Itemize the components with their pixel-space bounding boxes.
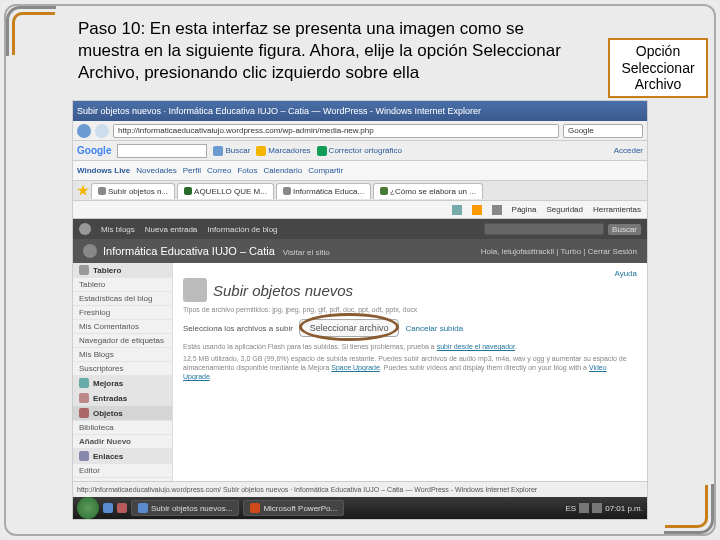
buscar-button[interactable]: Buscar xyxy=(213,146,250,156)
sidebar-item-tablero-head[interactable]: Tablero xyxy=(73,263,172,278)
tray-icon[interactable] xyxy=(579,503,589,513)
corrector-button[interactable]: Corrector ortográfico xyxy=(317,146,402,156)
wp-icon xyxy=(98,187,106,195)
page-icon xyxy=(380,187,388,195)
upload-icon xyxy=(183,278,207,302)
sidebar-item-entradas[interactable]: Entradas xyxy=(73,391,172,406)
cancelar-subida-button[interactable]: Cancelar subida xyxy=(405,324,463,333)
wlive-correo[interactable]: Correo xyxy=(207,166,231,175)
sidebar-item-tablero[interactable]: Tablero xyxy=(73,278,172,292)
sidebar-item-objetos[interactable]: Objetos xyxy=(73,406,172,421)
storage-usage-note: 12,5 MB utilizado, 3,0 GB (99,6%) espaci… xyxy=(183,354,637,381)
page-menu[interactable]: Página xyxy=(512,205,537,214)
print-icon[interactable] xyxy=(492,205,502,215)
wp-logo-icon[interactable] xyxy=(79,223,91,235)
forward-icon[interactable] xyxy=(95,124,109,138)
google-search-input[interactable] xyxy=(117,144,207,158)
windowslive-toolbar: Windows Live Novedades Perfil Correo Fot… xyxy=(73,161,647,181)
help-link[interactable]: Ayuda xyxy=(183,269,637,278)
site-title: Informática Educativa IUJO – CatiaVisita… xyxy=(103,245,481,257)
safety-menu[interactable]: Seguridad xyxy=(547,205,583,214)
system-tray: ES 07:01 p.m. xyxy=(566,503,643,513)
tab-aquello[interactable]: AQUELLO QUE M... xyxy=(177,183,274,199)
tab-subir-objetos[interactable]: Subir objetos n... xyxy=(91,183,175,199)
wlive-novedades[interactable]: Novedades xyxy=(136,166,176,175)
home-icon[interactable] xyxy=(452,205,462,215)
ie-icon xyxy=(138,503,148,513)
ie-status-bar: http://informaticaeducativaiujo.wordpres… xyxy=(73,481,647,497)
wp-icon xyxy=(83,244,97,258)
taskbar-ppt-button[interactable]: Microsoft PowerPo... xyxy=(243,500,344,516)
search-engine-box[interactable]: Google xyxy=(563,124,643,138)
google-toolbar: Google Buscar Marcadores Corrector ortog… xyxy=(73,141,647,161)
upgrades-icon xyxy=(79,378,89,388)
bookmark-icon xyxy=(256,146,266,156)
media-icon xyxy=(79,408,89,418)
status-text: http://informaticaeducativaiujo.wordpres… xyxy=(77,486,643,493)
spellcheck-icon xyxy=(317,146,327,156)
windows-taskbar: Subir objetos nuevos... Microsoft PowerP… xyxy=(73,497,647,519)
callout-text: Opción Seleccionar Archivo xyxy=(610,43,706,93)
search-engine-text: Google xyxy=(568,126,594,135)
wlive-calendario[interactable]: Calendario xyxy=(263,166,302,175)
powerpoint-icon xyxy=(250,503,260,513)
feed-icon[interactable] xyxy=(472,205,482,215)
volume-icon[interactable] xyxy=(592,503,602,513)
visit-site-link[interactable]: Visitar el sitio xyxy=(283,248,330,257)
url-text: http://informaticaeducativaiujo.wordpres… xyxy=(118,126,374,135)
search-icon xyxy=(213,146,223,156)
sidebar-item-nav-etiquetas[interactable]: Navegador de etiquetas xyxy=(73,334,172,348)
sidebar-item-estadisticas[interactable]: Estadísticas del blog xyxy=(73,292,172,306)
start-button[interactable] xyxy=(77,497,99,519)
wp-mis-blogs[interactable]: Mis blogs xyxy=(101,225,135,234)
wp-admin-search-input[interactable] xyxy=(484,223,604,235)
browser-tabs: Subir objetos n... AQUELLO QUE M... Info… xyxy=(73,181,647,201)
tab-como-elabora[interactable]: ¿Cómo se elabora un ... xyxy=(373,183,483,199)
acceder-link[interactable]: Acceder xyxy=(614,146,643,155)
tab-informatica[interactable]: Informática Educa... xyxy=(276,183,371,199)
sidebar-item-suscriptores[interactable]: Suscriptores xyxy=(73,362,172,376)
wp-info-blog[interactable]: Información de blog xyxy=(207,225,277,234)
sidebar-item-biblioteca[interactable]: Biblioteca xyxy=(73,421,172,435)
posts-icon xyxy=(79,393,89,403)
url-input[interactable]: http://informaticaeducativaiujo.wordpres… xyxy=(113,124,559,138)
wp-admin-bar: Mis blogs Nueva entrada Información de b… xyxy=(73,219,647,239)
page-title: Subir objetos nuevos xyxy=(213,282,353,299)
favorites-icon[interactable] xyxy=(77,185,89,197)
ie-command-bar: Página Seguridad Herramientas xyxy=(73,201,647,219)
clock[interactable]: 07:01 p.m. xyxy=(605,504,643,513)
sidebar-item-editor[interactable]: Editor xyxy=(73,464,172,478)
quicklaunch-icon[interactable] xyxy=(103,503,113,513)
window-title: Subir objetos nuevos · Informática Educa… xyxy=(77,106,643,116)
lang-indicator[interactable]: ES xyxy=(566,504,577,513)
page-icon xyxy=(184,187,192,195)
taskbar-ie-button[interactable]: Subir objetos nuevos... xyxy=(131,500,239,516)
ie-address-bar: http://informaticaeducativaiujo.wordpres… xyxy=(73,121,647,141)
wlive-perfil[interactable]: Perfil xyxy=(183,166,201,175)
sidebar-item-freshlog[interactable]: Freshlog xyxy=(73,306,172,320)
dashboard-icon xyxy=(79,265,89,275)
user-greeting[interactable]: Hola, ieiujofasttrackll | Turbo | Cerrar… xyxy=(481,247,637,256)
sidebar-item-mis-blogs[interactable]: Mis Blogs xyxy=(73,348,172,362)
marcadores-button[interactable]: Marcadores xyxy=(256,146,310,156)
back-icon[interactable] xyxy=(77,124,91,138)
wlive-fotos[interactable]: Fotos xyxy=(237,166,257,175)
seleccionar-archivo-button[interactable]: Seleccionar archivo xyxy=(299,319,400,337)
sidebar-item-mejoras[interactable]: Mejoras xyxy=(73,376,172,391)
allowed-types-text: Tipos de archivo permitidos: jpg, jpeg, … xyxy=(183,306,637,313)
step-instruction: Paso 10: En esta interfaz se presenta un… xyxy=(78,18,588,84)
quicklaunch-icon[interactable] xyxy=(117,503,127,513)
space-upgrade-link[interactable]: Space Upgrade xyxy=(331,364,380,371)
sidebar-item-anadir-nuevo[interactable]: Añadir Nuevo xyxy=(73,435,172,449)
wlive-compartir[interactable]: Compartir xyxy=(308,166,343,175)
sidebar-item-mis-comentarios[interactable]: Mis Comentarios xyxy=(73,320,172,334)
tools-menu[interactable]: Herramientas xyxy=(593,205,641,214)
page-title-row: Subir objetos nuevos xyxy=(183,278,637,302)
select-file-row: Selecciona los archivos a subir Seleccio… xyxy=(183,319,637,337)
browser-upload-link[interactable]: subir desde el navegador xyxy=(437,343,515,350)
callout-box: Opción Seleccionar Archivo xyxy=(608,38,708,98)
google-logo: Google xyxy=(77,145,111,156)
wp-nueva-entrada[interactable]: Nueva entrada xyxy=(145,225,197,234)
wp-admin-search-button[interactable]: Buscar xyxy=(608,224,641,235)
sidebar-item-enlaces[interactable]: Enlaces xyxy=(73,449,172,464)
